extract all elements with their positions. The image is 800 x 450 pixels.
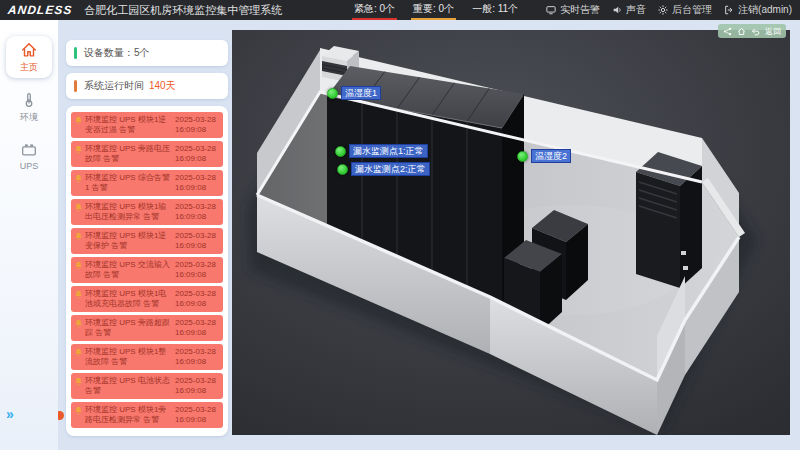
sidebar-collapse-button[interactable]: »	[6, 406, 12, 422]
status-ok-dot	[327, 88, 338, 99]
alert-item[interactable]: 环境监控 UPS 模块1逆变器过温 告警 2025-03-28 16:09:08	[71, 112, 223, 138]
page-title: 合肥化工园区机房环境监控集中管理系统	[84, 3, 282, 18]
room-3d-canvas[interactable]	[232, 30, 790, 435]
alert-item[interactable]: 环境监控 UPS 综合告警1 告警 2025-03-28 16:09:08	[71, 170, 223, 196]
share-icon[interactable]	[723, 27, 732, 36]
home-icon	[6, 41, 52, 59]
stat-general-value: 11个	[498, 3, 518, 14]
back-button-label[interactable]: 返回	[765, 26, 781, 37]
sensor-marker-leak-2[interactable]: 漏水监测点2:正常	[337, 162, 430, 176]
alert-title: 环境监控 UPS 电池状态 告警	[85, 376, 173, 396]
back-icon[interactable]	[751, 27, 760, 36]
gear-icon	[658, 5, 668, 15]
alert-list: 环境监控 UPS 模块1逆变器过温 告警 2025-03-28 16:09:08…	[71, 112, 223, 428]
logout-button[interactable]: 注销(admin)	[724, 3, 792, 17]
stat-major-label: 重要:	[413, 3, 436, 14]
alert-time: 2025-03-28 16:09:08	[175, 376, 219, 396]
alarm-bell-icon	[74, 174, 83, 193]
stat-major-value: 0个	[439, 3, 455, 14]
sidebar-item-environment[interactable]: 环境	[6, 86, 52, 128]
sidebar-item-home-label: 主页	[20, 62, 38, 72]
admin-backend-button[interactable]: 后台管理	[658, 3, 712, 17]
alert-date: 2025-03-28	[175, 347, 219, 357]
alert-time: 2025-03-28 16:09:08	[175, 405, 219, 425]
sensor-label: 温湿度2	[531, 149, 571, 163]
alert-item[interactable]: 环境监控 UPS 旁路电压故障 告警 2025-03-28 16:09:08	[71, 141, 223, 167]
stat-major: 重要: 0个	[411, 1, 456, 20]
device-count-value: 5个	[134, 46, 150, 60]
alert-time: 2025-03-28 16:09:08	[175, 289, 219, 309]
alert-item[interactable]: 环境监控 UPS 交流输入故障 告警 2025-03-28 16:09:08	[71, 257, 223, 283]
sidebar: 主页 环境 UPS »	[0, 20, 58, 450]
alarm-bell-icon	[74, 203, 83, 222]
sensor-marker-temp-humidity-1[interactable]: 温湿度1	[327, 86, 381, 100]
alert-timestamp: 16:09:08	[175, 299, 219, 309]
alert-timestamp: 16:09:08	[175, 270, 219, 280]
alert-timestamp: 16:09:08	[175, 183, 219, 193]
alert-item[interactable]: 环境监控 UPS 模块1电池或充电器故障 告警 2025-03-28 16:09…	[71, 286, 223, 312]
home-view-icon[interactable]	[737, 27, 746, 36]
sound-label: 声音	[626, 3, 646, 17]
viewport-toolbar: 返回	[718, 24, 786, 38]
alert-date: 2025-03-28	[175, 202, 219, 212]
sensor-label: 温湿度1	[341, 86, 381, 100]
alarm-bell-icon	[74, 290, 83, 309]
sound-button[interactable]: 声音	[612, 3, 646, 17]
ups-battery-icon	[6, 141, 52, 159]
alarm-bell-icon	[74, 116, 83, 135]
alert-title: 环境监控 UPS 模块1电池或充电器故障 告警	[85, 289, 173, 309]
alarm-bell-icon	[74, 232, 83, 251]
alert-timestamp: 16:09:08	[175, 415, 219, 425]
sidebar-item-ups-label: UPS	[20, 161, 39, 171]
room-3d-viewport[interactable]: 返回	[232, 30, 790, 435]
alert-item[interactable]: 环境监控 UPS 模块1旁路电压检测异常 告警 2025-03-28 16:09…	[71, 402, 223, 428]
realtime-alarm-button[interactable]: 实时告警	[546, 3, 600, 17]
sensor-marker-temp-humidity-2[interactable]: 温湿度2	[517, 149, 571, 163]
alert-timestamp: 16:09:08	[175, 241, 219, 251]
alert-timestamp: 16:09:08	[175, 212, 219, 222]
alert-timestamp: 16:09:08	[175, 328, 219, 338]
alert-title: 环境监控 UPS 模块1逆变器过温 告警	[85, 115, 173, 135]
uptime-label: 系统运行时间	[84, 79, 144, 93]
alert-timestamp: 16:09:08	[175, 125, 219, 135]
alert-time: 2025-03-28 16:09:08	[175, 231, 219, 251]
device-count-label: 设备数量：	[84, 46, 134, 60]
sensor-label: 漏水监测点1:正常	[349, 144, 428, 158]
alert-timestamp: 16:09:08	[175, 154, 219, 164]
alert-date: 2025-03-28	[175, 144, 219, 154]
alert-item[interactable]: 环境监控 UPS 模块1逆变保护 告警 2025-03-28 16:09:08	[71, 228, 223, 254]
alert-item[interactable]: 环境监控 UPS 电池状态 告警 2025-03-28 16:09:08	[71, 373, 223, 399]
alert-time: 2025-03-28 16:09:08	[175, 144, 219, 164]
alert-title: 环境监控 UPS 综合告警1 告警	[85, 173, 173, 193]
thermometer-icon	[6, 91, 52, 109]
alert-title: 环境监控 UPS 模块1输出电压检测异常 告警	[85, 202, 173, 222]
brand-logo: ANDLESS	[7, 3, 73, 17]
alert-title: 环境监控 UPS 模块1整流故障 告警	[85, 347, 173, 367]
logout-label: 注销(admin)	[738, 3, 792, 17]
alert-date: 2025-03-28	[175, 405, 219, 415]
sidebar-item-ups[interactable]: UPS	[6, 136, 52, 175]
alarm-bell-icon	[74, 348, 83, 367]
stat-critical: 紧急: 0个	[352, 1, 397, 20]
app-root: ANDLESS 合肥化工园区机房环境监控集中管理系统 紧急: 0个 重要: 0个…	[0, 0, 800, 450]
alert-date: 2025-03-28	[175, 260, 219, 270]
alert-date: 2025-03-28	[175, 173, 219, 183]
alert-time: 2025-03-28 16:09:08	[175, 115, 219, 135]
alert-item[interactable]: 环境监控 UPS 模块1输出电压检测异常 告警 2025-03-28 16:09…	[71, 199, 223, 225]
alert-date: 2025-03-28	[175, 231, 219, 241]
device-count-card: 设备数量： 5个	[66, 40, 228, 66]
alert-title: 环境监控 UPS 模块1旁路电压检测异常 告警	[85, 405, 173, 425]
wall-cabinet[interactable]	[636, 152, 702, 288]
alarm-bell-icon	[74, 145, 83, 164]
sidebar-item-home[interactable]: 主页	[6, 36, 52, 78]
alarm-bell-icon	[74, 319, 83, 338]
alert-item[interactable]: 环境监控 UPS 模块1整流故障 告警 2025-03-28 16:09:08	[71, 344, 223, 370]
alert-title: 环境监控 UPS 模块1逆变保护 告警	[85, 231, 173, 251]
alert-timestamp: 16:09:08	[175, 357, 219, 367]
overview-column: 设备数量： 5个 系统运行时间 140天 环境监控 UPS 模块1逆变器过温 告…	[66, 40, 228, 436]
speaker-icon	[612, 5, 622, 15]
green-accent-bar	[74, 47, 77, 59]
sensor-marker-leak-1[interactable]: 漏水监测点1:正常	[335, 144, 428, 158]
alert-item[interactable]: 环境监控 UPS 旁路超跟踪 告警 2025-03-28 16:09:08	[71, 315, 223, 341]
stat-general: 一般: 11个	[470, 1, 520, 20]
